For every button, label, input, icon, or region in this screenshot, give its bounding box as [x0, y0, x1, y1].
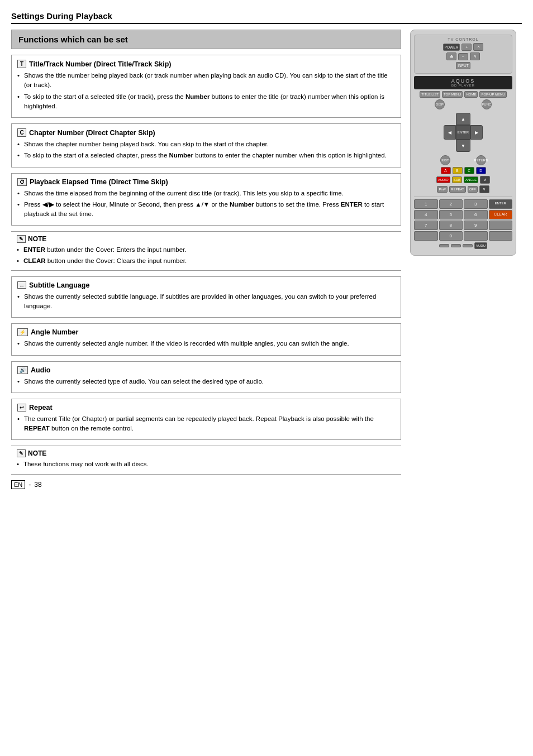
title-track-bullet-2: To skip to the start of a selected title…: [17, 92, 395, 112]
ch-up-btn[interactable]: ∧: [473, 43, 483, 51]
power-btn[interactable]: POWER: [443, 44, 460, 51]
pinp-repeat-row: PinP REPEAT OFF ∨: [414, 185, 512, 193]
audio-icon: 🔊: [17, 366, 28, 374]
dpad: ▲ ◀ ENTER ▶ ▼: [444, 113, 483, 152]
page-dash: -: [28, 481, 31, 489]
num-4-btn[interactable]: 4: [414, 210, 438, 219]
note2-bullet-1: These functions may not work with all di…: [17, 460, 396, 469]
chapter-bullet-2: To skip to the start of a selected chapt…: [17, 151, 395, 160]
btn-d-blue[interactable]: D: [476, 167, 486, 174]
repeat-btn[interactable]: REPEAT: [449, 186, 466, 193]
dpad-wrapper: ▲ ◀ ENTER ▶ ▼: [414, 113, 512, 152]
num-5-btn[interactable]: 5: [439, 210, 463, 219]
display-btn[interactable]: DISP: [435, 99, 445, 109]
note1: ✎ NOTE ENTER button under the Cover: Ent…: [11, 231, 401, 271]
audio-subtitle-row: AUDIO SUB ANGLE ∧: [414, 176, 512, 184]
angle-label: Angle Number: [31, 328, 78, 336]
btn-c-green[interactable]: C: [464, 167, 474, 174]
power-row: POWER + ∧: [417, 43, 510, 51]
function-btn[interactable]: FUNC: [482, 99, 492, 109]
angle-btn[interactable]: ANGLE: [464, 176, 478, 183]
num-1-btn[interactable]: 1: [414, 199, 438, 209]
chapter-icon: C: [17, 128, 26, 137]
vudu-btn[interactable]: VUDU: [474, 242, 487, 249]
angle-bullet-1: Shows the currently selected angle numbe…: [17, 339, 395, 348]
elapsed-bullet-2: Press ◀/▶ to select the Hour, Minute or …: [17, 200, 395, 219]
num-9-btn[interactable]: 9: [464, 221, 488, 230]
vudu-row: VUDU: [414, 242, 512, 249]
input-btn[interactable]: INPUT: [456, 62, 470, 69]
num-7-btn[interactable]: 7: [414, 221, 438, 230]
audio-body: Shows the currently selected type of aud…: [17, 377, 395, 386]
dpad-left-btn[interactable]: ◀: [444, 125, 456, 140]
subtitle-body: Shows the currently selected subtitle la…: [17, 292, 395, 312]
note2: ✎ NOTE These functions may not work with…: [11, 446, 401, 474]
blank-btn2: [451, 244, 461, 247]
page-down-btn[interactable]: ∨: [479, 185, 489, 193]
section-subtitle: ... Subtitle Language Shows the currentl…: [11, 276, 401, 318]
section-elapsed-header: ⏱ Playback Elapsed Time (Direct Time Ski…: [17, 178, 395, 186]
page-up-btn[interactable]: ∧: [480, 176, 490, 184]
note1-bullet-2: CLEAR button under the Cover: Clears the…: [17, 256, 396, 266]
dpad-down-btn[interactable]: ▼: [456, 140, 470, 152]
ch-down-btn[interactable]: ∨: [470, 52, 480, 60]
num-0-btn[interactable]: 0: [439, 231, 463, 241]
audio-label: Audio: [31, 366, 50, 374]
title-track-bullet-1: Shows the title number being played back…: [17, 71, 395, 90]
section-chapter-header: C Chapter Number (Direct Chapter Skip): [17, 128, 395, 137]
eject-input-row: ⏏ − ∨: [417, 52, 510, 60]
section-angle-header: ⚡ Angle Number: [17, 328, 395, 336]
page-en-label: EN: [11, 480, 25, 489]
section-audio-header: 🔊 Audio: [17, 366, 395, 374]
exit-btn[interactable]: EXIT: [440, 155, 450, 165]
off-btn[interactable]: OFF: [468, 186, 478, 193]
remote-control: TV CONTROL POWER + ∧ ⏏ − ∨ INPUT: [410, 30, 516, 256]
menu-row: TITLE LIST TOP MENU HOME POP-UP MENU: [414, 91, 512, 98]
page-title: Settings During Playback: [11, 11, 522, 24]
eject-btn[interactable]: ⏏: [446, 52, 456, 60]
main-content: Functions which can be set T Title/Track…: [11, 30, 522, 489]
note1-body: ENTER button under the Cover: Enters the…: [17, 245, 396, 266]
subtitle-label: Subtitle Language: [29, 281, 89, 289]
subtitle-btn[interactable]: SUB: [452, 176, 462, 183]
chapter-label: Chapter Number (Direct Chapter Skip): [29, 129, 155, 137]
num-8-btn[interactable]: 8: [439, 221, 463, 230]
num-2-btn[interactable]: 2: [439, 199, 463, 209]
dpad-right-btn[interactable]: ▶: [470, 125, 483, 140]
enter-btn[interactable]: ENTER: [456, 125, 470, 140]
btn-b-yellow[interactable]: B: [453, 167, 463, 174]
popup-menu-btn[interactable]: POP-UP MENU: [479, 91, 506, 98]
btn-a-red[interactable]: A: [441, 167, 451, 174]
section-title-track: T Title/Track Number (Direct Title/Track…: [11, 55, 401, 118]
return-btn[interactable]: RETURN: [476, 155, 486, 165]
note1-bullet-1: ENTER button under the Cover: Enters the…: [17, 245, 396, 255]
note2-body: These functions may not work with all di…: [17, 460, 396, 469]
note1-title: ✎ NOTE: [17, 235, 396, 243]
right-content: TV CONTROL POWER + ∧ ⏏ − ∨ INPUT: [410, 30, 522, 489]
subtitle-icon: ...: [17, 281, 26, 289]
numpad-enter-btn[interactable]: ENTER: [489, 199, 513, 209]
audio-bullet-1: Shows the currently selected type of aud…: [17, 377, 395, 386]
elapsed-body: Shows the time elapsed from the beginnin…: [17, 189, 395, 219]
num-3-btn[interactable]: 3: [464, 199, 488, 209]
input-row: INPUT: [417, 62, 510, 69]
section-title-track-header: T Title/Track Number (Direct Title/Track…: [17, 60, 395, 68]
repeat-label: Repeat: [29, 404, 53, 412]
left-content: Functions which can be set T Title/Track…: [11, 30, 401, 489]
pinp-btn[interactable]: PinP: [437, 186, 448, 193]
title-track-icon: T: [17, 60, 26, 68]
title-list-btn[interactable]: TITLE LIST: [420, 91, 440, 98]
home-btn[interactable]: HOME: [464, 91, 478, 98]
top-menu-btn[interactable]: TOP MENU: [442, 91, 463, 98]
subtitle-bullet-1: Shows the currently selected subtitle la…: [17, 292, 395, 312]
dpad-up-btn[interactable]: ▲: [456, 113, 470, 125]
chapter-bullet-1: Shows the chapter number being played ba…: [17, 140, 395, 149]
clear-btn[interactable]: CLEAR: [489, 210, 513, 219]
repeat-body: The current Title (or Chapter) or partia…: [17, 414, 395, 434]
vol-up-btn[interactable]: +: [461, 44, 472, 51]
num-6-btn[interactable]: 6: [464, 210, 488, 219]
audio-btn[interactable]: AUDIO: [436, 176, 450, 183]
note1-icon: ✎: [17, 235, 26, 243]
vol-down-btn[interactable]: −: [458, 53, 468, 60]
chapter-body: Shows the chapter number being played ba…: [17, 140, 395, 161]
